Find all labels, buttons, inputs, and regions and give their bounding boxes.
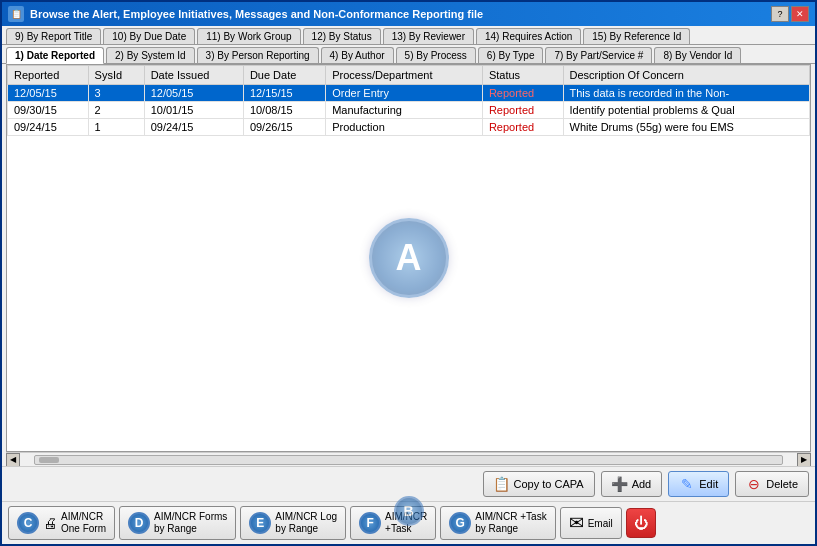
aim-ncr-task-range-button[interactable]: G AIM/NCR +Task by Range [440, 506, 555, 540]
circle-e-icon: E [249, 512, 271, 534]
circle-f-icon: F [359, 512, 381, 534]
delete-icon: ⊖ [746, 476, 762, 492]
cell-date-issued: 10/01/15 [144, 102, 243, 119]
watermark-b: B [394, 496, 424, 526]
tab-reference-id[interactable]: 15) By Reference Id [583, 28, 690, 44]
table-row[interactable]: 09/30/15 2 10/01/15 10/08/15 Manufacturi… [8, 102, 810, 119]
cell-reported: 09/24/15 [8, 119, 89, 136]
window-title: Browse the Alert, Employee Initiatives, … [30, 8, 483, 20]
col-process: Process/Department [326, 66, 483, 85]
app-icon: 📋 [8, 6, 24, 22]
circle-d-icon: D [128, 512, 150, 534]
email-button[interactable]: ✉ Email [560, 507, 622, 539]
email-label: Email [588, 518, 613, 529]
close-button[interactable]: ✕ [791, 6, 809, 22]
copy-to-capa-button[interactable]: 📋 Copy to CAPA [483, 471, 595, 497]
col-description: Description Of Concern [563, 66, 810, 85]
tab-part-service[interactable]: 7) By Part/Service # [545, 47, 652, 63]
scrollbar-area: ◀ ▶ B [6, 452, 811, 466]
printer-icon: 🖨 [43, 515, 57, 531]
cell-sysid: 1 [88, 119, 144, 136]
aim-ncr-log-range-button[interactable]: E AIM/NCR Log by Range [240, 506, 346, 540]
tab-type[interactable]: 6) By Type [478, 47, 544, 63]
tabs-row2: 1) Date Reported 2) By System Id 3) By P… [2, 45, 815, 64]
cell-due-date: 12/15/15 [243, 85, 325, 102]
tab-vendor-id[interactable]: 8) By Vendor Id [654, 47, 741, 63]
cell-description: White Drums (55g) were fou EMS [563, 119, 810, 136]
add-icon: ➕ [612, 476, 628, 492]
delete-button[interactable]: ⊖ Delete [735, 471, 809, 497]
aim-ncr-task-range-label: AIM/NCR +Task by Range [475, 511, 546, 535]
cell-sysid: 3 [88, 85, 144, 102]
edit-icon: ✎ [679, 476, 695, 492]
cell-description: Identify potential problems & Qual [563, 102, 810, 119]
col-sysid: SysId [88, 66, 144, 85]
tab-due-date[interactable]: 10) By Due Date [103, 28, 195, 44]
scrollbar-track[interactable] [34, 455, 783, 465]
cell-date-issued: 12/05/15 [144, 85, 243, 102]
watermark-a: A [369, 218, 449, 298]
email-icon: ✉ [569, 512, 584, 534]
tab-process[interactable]: 5) By Process [396, 47, 476, 63]
col-status: Status [482, 66, 563, 85]
circle-c-icon: C [17, 512, 39, 534]
cell-sysid: 2 [88, 102, 144, 119]
scroll-right[interactable]: ▶ [797, 453, 811, 467]
cell-status: Reported [482, 102, 563, 119]
col-reported: Reported [8, 66, 89, 85]
cell-status: Reported [482, 119, 563, 136]
cell-reported: 09/30/15 [8, 102, 89, 119]
aim-ncr-one-form-button[interactable]: C 🖨 AIM/NCR One Form [8, 506, 115, 540]
title-bar: 📋 Browse the Alert, Employee Initiatives… [2, 2, 815, 26]
circle-g-icon: G [449, 512, 471, 534]
col-date-issued: Date Issued [144, 66, 243, 85]
edit-label: Edit [699, 478, 718, 490]
tab-report-title[interactable]: 9) By Report Title [6, 28, 101, 44]
delete-label: Delete [766, 478, 798, 490]
tab-system-id[interactable]: 2) By System Id [106, 47, 195, 63]
tab-date-reported[interactable]: 1) Date Reported [6, 47, 104, 64]
content-area: Reported SysId Date Issued Due Date Proc… [6, 64, 811, 452]
aim-ncr-one-form-label: AIM/NCR One Form [61, 511, 106, 535]
main-window: 📋 Browse the Alert, Employee Initiatives… [0, 0, 817, 546]
title-bar-left: 📋 Browse the Alert, Employee Initiatives… [8, 6, 483, 22]
copy-to-capa-label: Copy to CAPA [514, 478, 584, 490]
cell-due-date: 09/26/15 [243, 119, 325, 136]
tab-requires-action[interactable]: 14) Requires Action [476, 28, 581, 44]
power-button[interactable]: ⏻ [626, 508, 656, 538]
aim-ncr-log-range-label: AIM/NCR Log by Range [275, 511, 337, 535]
help-button[interactable]: ? [771, 6, 789, 22]
tab-person-reporting[interactable]: 3) By Person Reporting [197, 47, 319, 63]
scroll-thumb [39, 457, 59, 463]
aim-ncr-forms-range-label: AIM/NCR Forms by Range [154, 511, 227, 535]
cell-status: Reported [482, 85, 563, 102]
cell-description: This data is recorded in the Non- [563, 85, 810, 102]
data-table: Reported SysId Date Issued Due Date Proc… [7, 65, 810, 136]
cell-date-issued: 09/24/15 [144, 119, 243, 136]
edit-button[interactable]: ✎ Edit [668, 471, 729, 497]
title-bar-controls: ? ✕ [771, 6, 809, 22]
copy-icon: 📋 [494, 476, 510, 492]
cell-process: Production [326, 119, 483, 136]
cell-process: Manufacturing [326, 102, 483, 119]
table-row[interactable]: 12/05/15 3 12/05/15 12/15/15 Order Entry… [8, 85, 810, 102]
add-button[interactable]: ➕ Add [601, 471, 663, 497]
col-due-date: Due Date [243, 66, 325, 85]
tab-status[interactable]: 12) By Status [303, 28, 381, 44]
cell-reported: 12/05/15 [8, 85, 89, 102]
cell-due-date: 10/08/15 [243, 102, 325, 119]
scroll-left[interactable]: ◀ [6, 453, 20, 467]
tab-work-group[interactable]: 11) By Work Group [197, 28, 300, 44]
cell-process: Order Entry [326, 85, 483, 102]
tab-author[interactable]: 4) By Author [321, 47, 394, 63]
aim-ncr-forms-range-button[interactable]: D AIM/NCR Forms by Range [119, 506, 236, 540]
table-row[interactable]: 09/24/15 1 09/24/15 09/26/15 Production … [8, 119, 810, 136]
tab-reviewer[interactable]: 13) By Reviewer [383, 28, 474, 44]
tabs-row1: 9) By Report Title 10) By Due Date 11) B… [2, 26, 815, 45]
add-label: Add [632, 478, 652, 490]
